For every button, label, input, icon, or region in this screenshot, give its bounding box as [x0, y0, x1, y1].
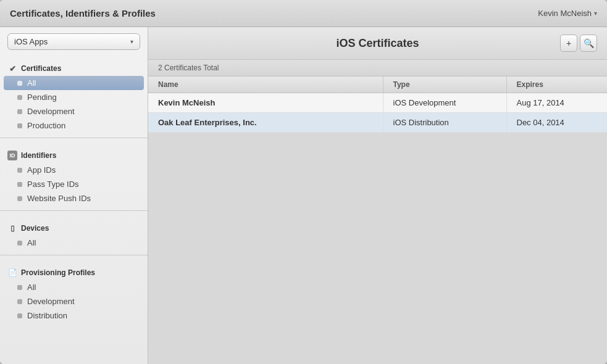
sidebar: iOS Apps ▾ ✔ Certificates All Pending — [0, 27, 148, 364]
identifiers-section: ID Identifiers App IDs Pass Type IDs Web… — [0, 148, 148, 205]
sidebar-item-all-devices[interactable]: All — [0, 236, 148, 250]
bullet-icon — [17, 196, 22, 201]
table-row[interactable]: Kevin McNeish iOS Development Aug 17, 20… — [148, 93, 607, 113]
platform-dropdown[interactable]: iOS Apps ▾ — [7, 33, 140, 50]
content-subheader: 2 Certificates Total — [148, 60, 607, 77]
bullet-icon — [17, 123, 22, 128]
certificates-section: ✔ Certificates All Pending Development — [0, 61, 148, 133]
search-button[interactable]: 🔍 — [580, 35, 597, 52]
cert-type: iOS Distribution — [383, 113, 506, 133]
table-container: Name Type Expires Kevin McNeish iOS Deve… — [148, 77, 607, 364]
sidebar-item-label: Website Push IDs — [27, 194, 91, 203]
certificates-section-header: ✔ Certificates — [0, 61, 148, 76]
table-header-row: Name Type Expires — [148, 77, 607, 93]
sidebar-item-all-profiles[interactable]: All — [0, 280, 148, 294]
bullet-icon — [17, 182, 22, 187]
user-menu[interactable]: Kevin McNeish ▾ — [538, 9, 597, 18]
sidebar-item-label: Production — [27, 121, 65, 130]
sidebar-item-label: All — [27, 238, 36, 247]
sidebar-item-production[interactable]: Production — [0, 118, 148, 133]
provisioning-section-header: 📄 Provisioning Profiles — [0, 265, 148, 280]
sidebar-item-label: Development — [27, 107, 75, 116]
sidebar-item-label: All — [27, 283, 36, 292]
devices-section: ▯ Devices All — [0, 221, 148, 250]
total-count: 2 Certificates Total — [158, 64, 219, 72]
identifiers-label: Identifiers — [21, 151, 56, 160]
sidebar-item-all-certs[interactable]: All — [4, 76, 144, 90]
table-header: Name Type Expires — [148, 77, 607, 93]
bullet-icon — [17, 81, 22, 86]
main-layout: iOS Apps ▾ ✔ Certificates All Pending — [0, 27, 607, 364]
bullet-icon — [17, 313, 22, 318]
search-icon: 🔍 — [584, 38, 594, 48]
table-row[interactable]: Oak Leaf Enterprises, Inc. iOS Distribut… — [148, 113, 607, 133]
bullet-icon — [17, 109, 22, 114]
sidebar-item-label: Pass Type IDs — [27, 180, 79, 189]
certificates-icon: ✔ — [7, 64, 17, 73]
sidebar-item-app-ids[interactable]: App IDs — [0, 163, 148, 177]
cert-name: Oak Leaf Enterprises, Inc. — [148, 113, 383, 133]
sidebar-item-label: Pending — [27, 93, 57, 102]
add-button[interactable]: + — [560, 35, 577, 52]
sidebar-item-label: App IDs — [27, 165, 56, 175]
add-icon: + — [566, 38, 571, 48]
sidebar-item-pass-type-ids[interactable]: Pass Type IDs — [0, 177, 148, 191]
cert-expires: Dec 04, 2014 — [506, 113, 607, 133]
sidebar-item-label: All — [27, 78, 36, 88]
devices-label: Devices — [21, 224, 49, 233]
user-menu-chevron: ▾ — [594, 10, 597, 17]
platform-dropdown-arrow: ▾ — [130, 38, 133, 45]
provisioning-section: 📄 Provisioning Profiles All Development … — [0, 265, 148, 323]
col-header-type: Type — [383, 77, 506, 93]
bullet-icon — [17, 285, 22, 290]
bullet-icon — [17, 95, 22, 100]
app-window: Certificates, Identifiers & Profiles Kev… — [0, 0, 607, 364]
certificates-table: Name Type Expires Kevin McNeish iOS Deve… — [148, 77, 607, 133]
sidebar-item-pending[interactable]: Pending — [0, 90, 148, 104]
bullet-icon — [17, 241, 22, 246]
identifiers-section-header: ID Identifiers — [0, 148, 148, 163]
certificates-label: Certificates — [21, 64, 61, 73]
sidebar-item-label: Development — [27, 297, 75, 306]
content-title: iOS Certificates — [195, 37, 560, 50]
table-body: Kevin McNeish iOS Development Aug 17, 20… — [148, 93, 607, 133]
divider-1 — [0, 138, 148, 138]
user-name: Kevin McNeish — [538, 9, 592, 18]
bullet-icon — [17, 299, 22, 304]
devices-icon: ▯ — [7, 223, 17, 233]
title-bar: Certificates, Identifiers & Profiles Kev… — [0, 0, 607, 27]
bullet-icon — [17, 168, 22, 173]
cert-type: iOS Development — [383, 93, 506, 113]
provisioning-label: Provisioning Profiles — [21, 268, 95, 277]
devices-section-header: ▯ Devices — [0, 221, 148, 236]
divider-3 — [0, 255, 148, 255]
app-title: Certificates, Identifiers & Profiles — [10, 8, 156, 19]
platform-dropdown-label: iOS Apps — [14, 37, 48, 46]
header-buttons: + 🔍 — [560, 35, 597, 52]
provisioning-icon: 📄 — [7, 268, 17, 278]
sidebar-item-development[interactable]: Development — [0, 104, 148, 118]
content-area: iOS Certificates + 🔍 2 Certificates Tota… — [148, 27, 607, 364]
divider-2 — [0, 210, 148, 211]
cert-expires: Aug 17, 2014 — [506, 93, 607, 113]
sidebar-item-website-push-ids[interactable]: Website Push IDs — [0, 191, 148, 205]
sidebar-item-label: Distribution — [27, 311, 67, 320]
col-header-name: Name — [148, 77, 383, 93]
sidebar-item-dist-profiles[interactable]: Distribution — [0, 308, 148, 323]
cert-name: Kevin McNeish — [148, 93, 383, 113]
col-header-expires: Expires — [506, 77, 607, 93]
content-header: iOS Certificates + 🔍 — [148, 27, 607, 60]
identifiers-icon: ID — [7, 151, 17, 160]
sidebar-item-dev-profiles[interactable]: Development — [0, 294, 148, 308]
